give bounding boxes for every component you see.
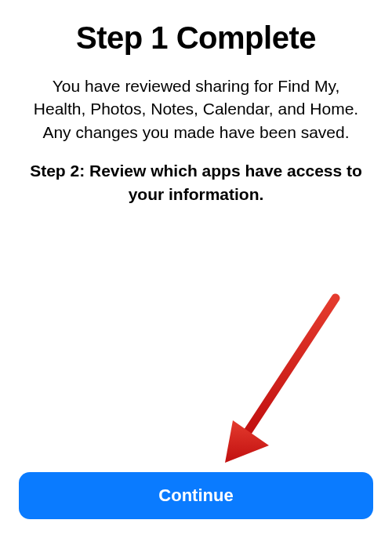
page-title: Step 1 Complete — [19, 20, 373, 56]
spacer — [19, 205, 373, 472]
step2-paragraph: Step 2: Review which apps have access to… — [19, 159, 373, 205]
body-paragraph: You have reviewed sharing for Find My, H… — [19, 75, 373, 144]
continue-button[interactable]: Continue — [19, 472, 373, 519]
